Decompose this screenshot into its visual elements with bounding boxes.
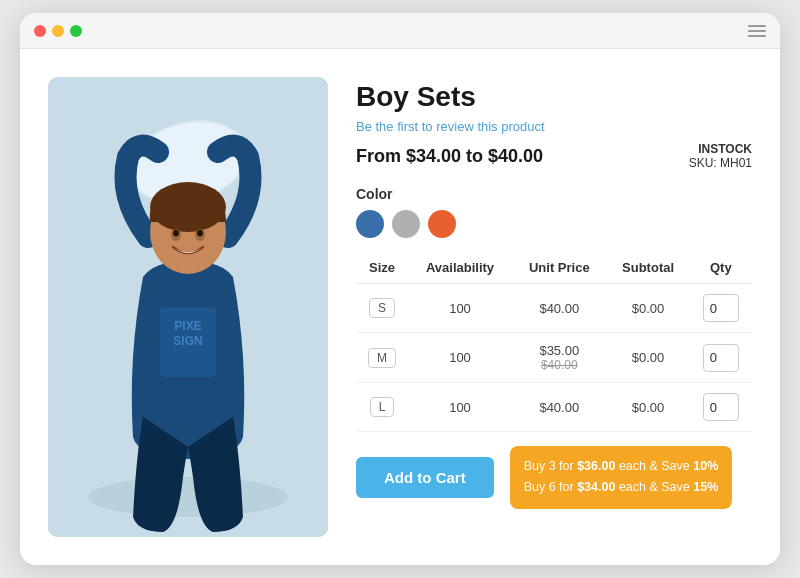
cell-availability: 100 [408, 333, 512, 383]
product-details: Boy Sets Be the first to review this pro… [356, 77, 752, 537]
unit-price-current: $35.00 [518, 343, 600, 358]
price-row: From $34.00 to $40.00 INSTOCK SKU: MH01 [356, 142, 752, 170]
promo-save-1: 10% [693, 459, 718, 473]
sku: SKU: MH01 [689, 156, 752, 170]
size-badge: S [369, 298, 395, 318]
size-table: Size Availability Unit Price Subtotal Qt… [356, 252, 752, 432]
promo-line-2: Buy 6 for $34.00 each & Save 15% [524, 477, 719, 498]
cell-subtotal: $0.00 [607, 284, 690, 333]
svg-point-12 [197, 230, 203, 237]
col-header-subtotal: Subtotal [607, 252, 690, 284]
promo-price-2: $34.00 [577, 480, 615, 494]
close-dot[interactable] [34, 25, 46, 37]
color-label: Color [356, 186, 752, 202]
product-image: PIXE SIGN [48, 77, 328, 537]
size-badge: L [370, 397, 395, 417]
col-header-qty: Qty [690, 252, 752, 284]
promo-save-2: 15% [693, 480, 718, 494]
cell-unit-price: $35.00$40.00 [512, 333, 606, 383]
cell-size: S [356, 284, 408, 333]
svg-text:SIGN: SIGN [173, 334, 202, 348]
stock-info: INSTOCK SKU: MH01 [689, 142, 752, 170]
sku-value: MH01 [720, 156, 752, 170]
color-swatch-blue[interactable] [356, 210, 384, 238]
table-row: S100$40.00$0.00 [356, 284, 752, 333]
traffic-lights [34, 25, 82, 37]
hamburger-icon[interactable] [748, 25, 766, 37]
cell-availability: 100 [408, 284, 512, 333]
cell-size: L [356, 383, 408, 432]
qty-input[interactable] [703, 344, 739, 372]
cell-size: M [356, 333, 408, 383]
stock-status: INSTOCK [689, 142, 752, 156]
qty-input[interactable] [703, 294, 739, 322]
cell-qty [690, 333, 752, 383]
promo-price-1: $36.00 [577, 459, 615, 473]
price-range: From $34.00 to $40.00 [356, 146, 543, 167]
product-window: PIXE SIGN [20, 13, 780, 565]
svg-point-11 [173, 230, 179, 237]
col-header-availability: Availability [408, 252, 512, 284]
svg-text:PIXE: PIXE [174, 319, 201, 333]
promo-line-1: Buy 3 for $36.00 each & Save 10% [524, 456, 719, 477]
review-link[interactable]: Be the first to review this product [356, 119, 752, 134]
table-row: M100$35.00$40.00$0.00 [356, 333, 752, 383]
unit-price-strikethrough: $40.00 [518, 358, 600, 372]
cell-qty [690, 284, 752, 333]
add-to-cart-button[interactable]: Add to Cart [356, 457, 494, 498]
svg-point-1 [88, 477, 288, 517]
product-title: Boy Sets [356, 81, 752, 113]
cell-availability: 100 [408, 383, 512, 432]
sku-label: SKU: [689, 156, 717, 170]
title-bar [20, 13, 780, 49]
cell-subtotal: $0.00 [607, 383, 690, 432]
color-swatch-orange[interactable] [428, 210, 456, 238]
maximize-dot[interactable] [70, 25, 82, 37]
cell-qty [690, 383, 752, 432]
minimize-dot[interactable] [52, 25, 64, 37]
col-header-unit-price: Unit Price [512, 252, 606, 284]
size-badge: M [368, 348, 396, 368]
color-section: Color [356, 186, 752, 238]
cell-subtotal: $0.00 [607, 333, 690, 383]
color-swatch-gray[interactable] [392, 210, 420, 238]
cell-unit-price: $40.00 [512, 383, 606, 432]
promo-box: Buy 3 for $36.00 each & Save 10% Buy 6 f… [510, 446, 733, 509]
color-swatches [356, 210, 752, 238]
col-header-size: Size [356, 252, 408, 284]
cell-unit-price: $40.00 [512, 284, 606, 333]
bottom-row: Add to Cart Buy 3 for $36.00 each & Save… [356, 446, 752, 509]
qty-input[interactable] [703, 393, 739, 421]
table-row: L100$40.00$0.00 [356, 383, 752, 432]
